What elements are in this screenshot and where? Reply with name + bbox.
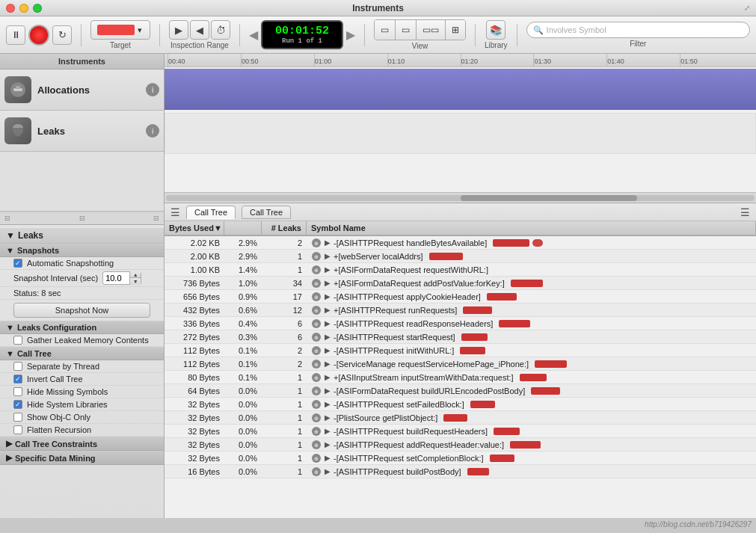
auto-snapshot-row[interactable]: ✓ Automatic Snapshotting [0, 257, 164, 270]
table-row[interactable]: 32 Bytes0.0%1⊕▶-[PlistSource getPlistObj… [165, 411, 756, 425]
invert-call-tree-checkbox[interactable]: ✓ [13, 375, 22, 383]
view-btn-split[interactable]: ⊞ [446, 20, 465, 40]
expand-arrow[interactable]: ▶ [325, 238, 331, 247]
table-row[interactable]: 272 Bytes0.3%6⊕▶-[ASIHTTPRequest startRe… [165, 330, 756, 344]
expand-arrow[interactable]: ▶ [325, 292, 331, 301]
scrollbar-thumb[interactable] [461, 195, 637, 201]
expand-arrow[interactable]: ▶ [325, 279, 331, 287]
time-button[interactable]: ⏱ [211, 20, 230, 40]
expand-arrow[interactable]: ▶ [325, 413, 331, 422]
back-button[interactable]: ◀ [190, 20, 209, 40]
table-row[interactable]: 80 Bytes0.1%1⊕▶+[ASIInputStream inputStr… [165, 371, 756, 384]
expand-arrow[interactable]: ▶ [325, 265, 331, 274]
expand-arrow[interactable]: ▶ [325, 440, 331, 449]
table-row[interactable]: 2.02 KB2.9%2⊕▶-[ASIHTTPRequest handleByt… [165, 236, 756, 250]
table-row[interactable]: 336 Bytes0.4%6⊕▶-[ASIHTTPRequest readRes… [165, 317, 756, 330]
th-symbol[interactable]: Symbol Name [307, 221, 756, 235]
expand-arrow[interactable]: ▶ [325, 454, 331, 462]
leaks-instrument-row[interactable]: Leaks i [0, 111, 164, 152]
expand-arrow[interactable]: ▶ [325, 360, 331, 368]
gather-leaked-checkbox[interactable] [13, 336, 22, 345]
row-icon: ⊕ [311, 372, 322, 383]
expand-arrow[interactable]: ▶ [325, 427, 331, 435]
th-leaks[interactable]: # Leaks [262, 221, 307, 235]
table-row[interactable]: 2.00 KB2.9%1⊕▶+[webServer localAddrs] [165, 250, 756, 263]
hide-system-checkbox[interactable]: ✓ [13, 400, 22, 409]
leaks-timeline-bar[interactable] [165, 113, 756, 154]
table-row[interactable]: 656 Bytes0.9%17⊕▶-[ASIHTTPRequest applyC… [165, 290, 756, 304]
target-dropdown[interactable]: ▾ [90, 20, 150, 40]
table-menu-right-icon[interactable]: ☰ [740, 206, 750, 218]
table-row[interactable]: 64 Bytes0.0%1⊕▶-[ASIFormDataRequest buil… [165, 384, 756, 398]
td-leaks: 1 [262, 427, 307, 436]
allocations-timeline-bar[interactable] [165, 69, 756, 110]
th-bytes[interactable]: Bytes Used▼ [165, 221, 224, 235]
play-button[interactable]: ▶ [169, 20, 188, 40]
library-button[interactable]: 📚 [486, 20, 505, 40]
separate-thread-checkbox[interactable] [13, 362, 22, 371]
view-btn-right[interactable]: ▭▭ [417, 20, 446, 40]
td-leaks: 1 [262, 265, 307, 274]
table-row[interactable]: 736 Bytes1.0%34⊕▶+[ASIFormDataRequest ad… [165, 277, 756, 290]
maximize-button[interactable] [33, 4, 42, 13]
show-objc-checkbox[interactable] [13, 413, 22, 422]
expand-arrow[interactable]: ▶ [325, 306, 331, 314]
table-menu-left-icon[interactable]: ☰ [170, 206, 180, 218]
table-row[interactable]: 32 Bytes0.0%1⊕▶-[ASIHTTPRequest addReque… [165, 438, 756, 452]
expand-arrow[interactable]: ▶ [325, 333, 331, 341]
svg-text:⊕: ⊕ [314, 241, 319, 246]
table-row[interactable]: 432 Bytes0.6%12⊕▶+[ASIHTTPRequest runReq… [165, 304, 756, 317]
expand-arrow[interactable]: ▶ [325, 319, 331, 327]
window-controls[interactable] [6, 4, 42, 13]
expand-arrow[interactable]: ▶ [325, 386, 331, 395]
show-objc-row[interactable]: Show Obj-C Only [0, 411, 164, 424]
td-bytes: 736 Bytes [165, 279, 224, 288]
timeline-scrollbar[interactable] [165, 192, 756, 203]
stepper-up-button[interactable]: ▲ [130, 271, 141, 278]
flatten-checkbox[interactable] [13, 425, 22, 434]
expand-arrow[interactable]: ▶ [325, 346, 331, 354]
snapshot-now-button[interactable]: Snapshot Now [13, 303, 150, 318]
table-row[interactable]: 32 Bytes0.0%1⊕▶-[ASIHTTPRequest setCompl… [165, 452, 756, 465]
separate-thread-row[interactable]: Separate by Thread [0, 360, 164, 373]
timer-next-arrow[interactable]: ▶ [346, 28, 355, 42]
view-btn-mid[interactable]: ▭ [396, 20, 417, 40]
expand-arrow[interactable]: ▶ [325, 467, 331, 475]
interval-input[interactable] [103, 274, 129, 283]
allocations-instrument-row[interactable]: Allocations i [0, 70, 164, 111]
table-row[interactable]: 32 Bytes0.0%1⊕▶-[ASIHTTPRequest setFaile… [165, 398, 756, 411]
expand-arrow[interactable]: ▶ [325, 252, 331, 260]
hide-missing-label: Hide Missing Symbols [27, 387, 108, 396]
hide-missing-row[interactable]: Hide Missing Symbols [0, 386, 164, 398]
tab-call-tree-2[interactable]: Call Tree [242, 206, 291, 219]
interval-stepper[interactable]: ▲ ▼ [129, 271, 141, 285]
hide-system-row[interactable]: ✓ Hide System Libraries [0, 398, 164, 411]
interval-field[interactable]: ▲ ▼ [102, 271, 141, 285]
allocations-info-button[interactable]: i [146, 83, 159, 96]
table-row[interactable]: 16 Bytes0.0%1⊕▶-[ASIHTTPRequest buildPos… [165, 465, 756, 478]
minimize-button[interactable] [19, 4, 28, 13]
expand-arrow[interactable]: ▶ [325, 373, 331, 381]
leaks-info-button[interactable]: i [146, 124, 159, 138]
invert-call-tree-row[interactable]: ✓ Invert Call Tree [0, 373, 164, 386]
table-row[interactable]: 112 Bytes0.1%2⊕▶-[ServiceManage requestS… [165, 357, 756, 371]
close-button[interactable] [6, 4, 15, 13]
timer-prev-arrow[interactable]: ◀ [249, 28, 258, 42]
auto-snapshot-checkbox[interactable]: ✓ [13, 259, 22, 268]
pause-button[interactable]: ⏸ [6, 25, 25, 45]
record-button[interactable] [28, 25, 49, 46]
gather-leaked-row[interactable]: Gather Leaked Memory Contents [0, 334, 164, 347]
table-row[interactable]: 112 Bytes0.1%2⊕▶-[ASIHTTPRequest initWit… [165, 344, 756, 357]
view-btn-left[interactable]: ▭ [375, 20, 396, 40]
window-resize-icon[interactable]: ⤢ [744, 4, 750, 12]
expand-arrow[interactable]: ▶ [325, 400, 331, 408]
hide-missing-checkbox[interactable] [13, 387, 22, 396]
svg-text:⊕: ⊕ [314, 389, 319, 394]
flatten-row[interactable]: Flatten Recursion [0, 424, 164, 437]
tab-call-tree-1[interactable]: Call Tree [186, 206, 236, 219]
stepper-down-button[interactable]: ▼ [130, 278, 141, 285]
table-row[interactable]: 32 Bytes0.0%1⊕▶-[ASIHTTPRequest buildReq… [165, 425, 756, 438]
table-row[interactable]: 1.00 KB1.4%1⊕▶+[ASIFormDataRequest reque… [165, 263, 756, 277]
refresh-button[interactable]: ↻ [52, 25, 72, 45]
filter-search-box[interactable]: 🔍 Involves Symbol [526, 22, 750, 38]
